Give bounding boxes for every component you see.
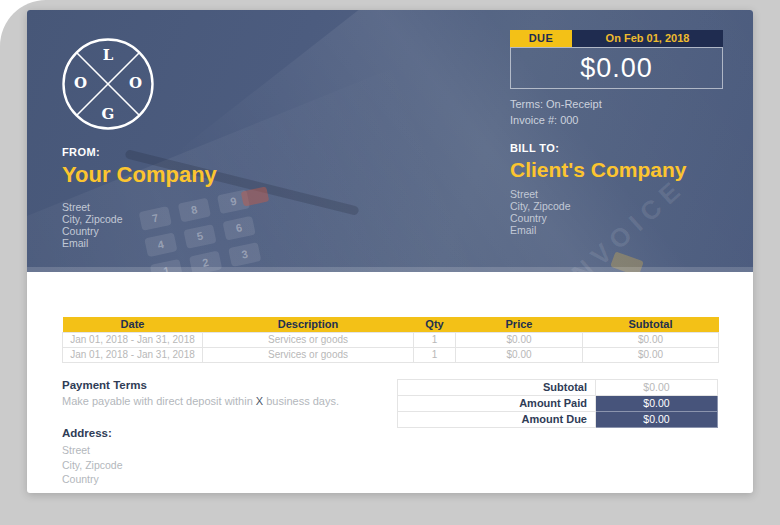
from-address-line: Street	[62, 201, 217, 213]
column-header-subtotal: Subtotal	[583, 317, 719, 333]
due-date-badge: On Feb 01, 2018	[572, 30, 723, 47]
due-amount: $0.00	[510, 47, 723, 89]
totals-value: $0.00	[596, 412, 718, 428]
item-date-cell: Jan 01, 2018 - Jan 31, 2018	[63, 333, 203, 348]
column-header-price: Price	[456, 317, 583, 333]
calculator-key: 6	[222, 216, 255, 241]
column-header-qty: Qty	[414, 317, 456, 333]
address-line: City, Zipcode	[62, 458, 339, 473]
payment-terms-title: Payment Terms	[62, 379, 339, 391]
totals-value: $0.00	[596, 380, 718, 396]
item-subtotal-cell: $0.00	[583, 333, 719, 348]
due-badge: DUE	[510, 30, 572, 47]
totals-value: $0.00	[596, 396, 718, 412]
bill-to-block: BILL TO: Client's Company Street City, Z…	[510, 142, 687, 236]
item-price-cell: $0.00	[456, 348, 583, 363]
item-qty-cell: 1	[414, 333, 456, 348]
logo-letter: O	[129, 74, 142, 92]
invoice-card: 7 8 9 4 5 6 1 2 3 INVOICE L O	[27, 10, 753, 493]
header-bottom-band	[27, 267, 753, 272]
bill-to-address-line: Email	[510, 224, 687, 236]
totals-label: Amount Due	[398, 412, 596, 428]
line-items-header-row: Date Description Qty Price Subtotal	[63, 317, 719, 333]
invoice-header: 7 8 9 4 5 6 1 2 3 INVOICE L O	[27, 10, 753, 272]
logo-letter: O	[74, 74, 87, 92]
invoice-template-preview: 7 8 9 4 5 6 1 2 3 INVOICE L O	[0, 0, 780, 525]
address-lines: Street City, Zipcode Country	[62, 443, 339, 487]
totals-row-amount-paid: Amount Paid $0.00	[398, 396, 718, 412]
invoice-number-line: Invoice #: 000	[510, 112, 602, 128]
from-address-line: Country	[62, 225, 217, 237]
from-company-name: Your Company	[62, 162, 217, 188]
bill-to-company-name: Client's Company	[510, 158, 687, 182]
bill-to-address-line: Street	[510, 188, 687, 200]
due-widget: DUE On Feb 01, 2018 $0.00	[510, 30, 723, 89]
item-qty-cell: 1	[414, 348, 456, 363]
lower-section: Payment Terms Make payable with direct d…	[62, 379, 718, 487]
line-item-row: Jan 01, 2018 - Jan 31, 2018 Services or …	[63, 348, 719, 363]
payment-terms-text-before: Make payable with direct deposit within	[62, 395, 256, 407]
totals-row-subtotal: Subtotal $0.00	[398, 380, 718, 396]
logo-letter: G	[102, 105, 115, 123]
payment-terms-text-after: business days.	[263, 395, 339, 407]
item-price-cell: $0.00	[456, 333, 583, 348]
logo: L O O G	[60, 36, 156, 132]
bill-to-address: Street City, Zipcode Country Email	[510, 188, 687, 236]
address-line: Country	[62, 472, 339, 487]
line-item-row: Jan 01, 2018 - Jan 31, 2018 Services or …	[63, 333, 719, 348]
item-description-cell: Services or goods	[203, 333, 414, 348]
logo-letter: L	[103, 46, 114, 64]
bill-to-address-line: Country	[510, 212, 687, 224]
from-label: FROM:	[62, 146, 217, 158]
totals-label: Subtotal	[398, 380, 596, 396]
invoice-meta: Terms: On-Receipt Invoice #: 000	[510, 96, 602, 128]
item-description-cell: Services or goods	[203, 348, 414, 363]
totals-row-amount-due: Amount Due $0.00	[398, 412, 718, 428]
totals-label: Amount Paid	[398, 396, 596, 412]
from-address-line: City, Zipcode	[62, 213, 217, 225]
payment-terms-text: Make payable with direct deposit within …	[62, 395, 339, 407]
totals-table: Subtotal $0.00 Amount Paid $0.00 Amount …	[397, 379, 718, 428]
item-date-cell: Jan 01, 2018 - Jan 31, 2018	[63, 348, 203, 363]
column-header-date: Date	[63, 317, 203, 333]
due-row: DUE On Feb 01, 2018	[510, 30, 723, 47]
terms-line: Terms: On-Receipt	[510, 96, 602, 112]
from-address-line: Email	[62, 237, 217, 249]
from-block: FROM: Your Company Street City, Zipcode …	[62, 146, 217, 249]
bill-to-label: BILL TO:	[510, 142, 687, 154]
column-header-description: Description	[203, 317, 414, 333]
item-subtotal-cell: $0.00	[583, 348, 719, 363]
address-line: Street	[62, 443, 339, 458]
from-address: Street City, Zipcode Country Email	[62, 201, 217, 249]
address-title: Address:	[62, 427, 339, 439]
bill-to-address-line: City, Zipcode	[510, 200, 687, 212]
payment-and-address: Payment Terms Make payable with direct d…	[62, 379, 339, 487]
line-items-table: Date Description Qty Price Subtotal Jan …	[62, 317, 719, 363]
